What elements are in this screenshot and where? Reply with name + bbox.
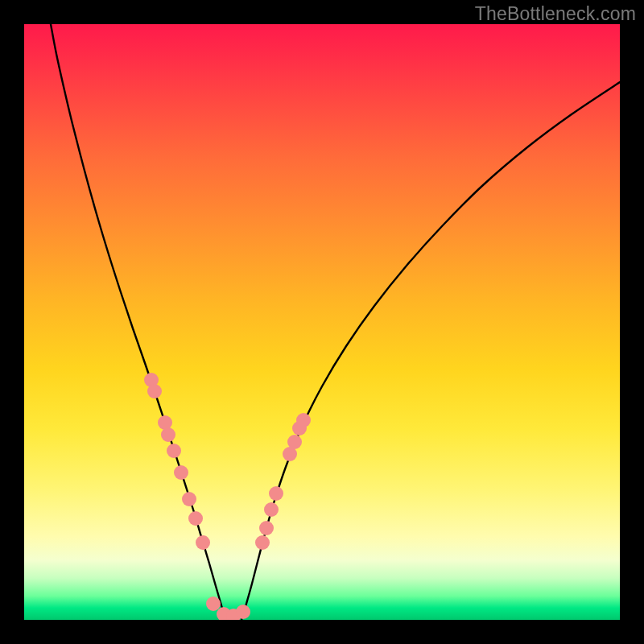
series-layer <box>51 24 620 620</box>
marker-layer <box>144 373 311 620</box>
marker-dot <box>269 486 283 501</box>
marker-dot <box>196 535 210 550</box>
marker-dot <box>264 502 279 517</box>
series-right-curve <box>242 82 620 620</box>
marker-dot <box>147 384 162 398</box>
chart-svg <box>24 24 620 620</box>
marker-dot <box>182 492 196 506</box>
watermark-text: TheBottleneck.com <box>475 3 636 25</box>
marker-dot <box>287 435 302 449</box>
marker-dot <box>167 444 181 458</box>
marker-dot <box>236 605 250 619</box>
marker-dot <box>174 465 188 480</box>
marker-dot <box>188 511 203 526</box>
marker-dot <box>259 521 274 535</box>
marker-dot <box>296 413 311 427</box>
marker-dot <box>255 535 270 550</box>
marker-group-bottom-dot-cluster <box>206 597 250 620</box>
marker-dot <box>206 597 221 611</box>
plot-area <box>24 24 620 620</box>
chart-frame: TheBottleneck.com <box>0 0 644 644</box>
marker-dot <box>161 427 175 442</box>
series-left-curve <box>51 24 225 620</box>
marker-group-right-dot-cluster <box>255 413 311 550</box>
